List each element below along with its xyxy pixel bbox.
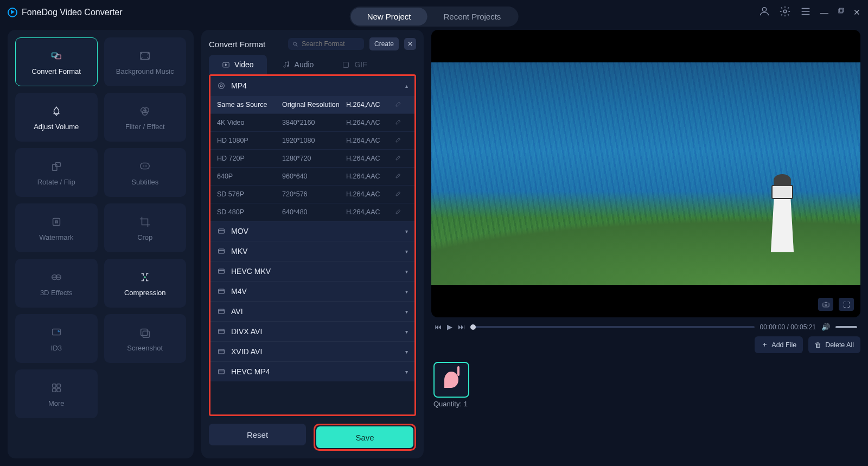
svg-point-27 (284, 66, 285, 67)
svg-rect-35 (219, 289, 225, 293)
tab-recent-projects[interactable]: Recent Projects (427, 8, 517, 25)
tool-background-music[interactable]: Background Music (104, 37, 187, 86)
tool-more[interactable]: More (15, 369, 98, 418)
format-group-divx avi[interactable]: DIVX AVI▾ (210, 321, 414, 341)
play-button[interactable]: ▶ (447, 323, 452, 331)
maximize-button[interactable] (837, 8, 845, 17)
time-display: 00:00:00 / 00:05:21 (760, 323, 816, 331)
type-tab-gif[interactable]: GIF (329, 55, 380, 74)
app-logo (8, 8, 17, 17)
tool-label: 3D Effects (40, 289, 73, 297)
reset-button[interactable]: Reset (209, 424, 306, 445)
tab-new-project[interactable]: New Project (351, 8, 427, 25)
app-title: FoneDog Video Converter (22, 8, 123, 17)
close-button[interactable]: ✕ (853, 8, 860, 17)
menu-icon[interactable] (800, 5, 812, 19)
preset-row[interactable]: Same as SourceOriginal ResolutionH.264,A… (210, 95, 414, 113)
format-group-hevc mkv[interactable]: HEVC MKV▾ (210, 261, 414, 281)
save-button[interactable]: Save (316, 426, 413, 448)
tool-label: Subtitles (131, 178, 158, 186)
preview-panel: ⏮ ▶ ⏭ 00:00:00 / 00:05:21 🔊 ＋Add File 🗑D… (431, 30, 860, 458)
tool-filter-effect[interactable]: Filter / Effect (104, 93, 187, 142)
tool-id3[interactable]: ID3 (15, 314, 98, 363)
minimize-button[interactable]: — (820, 8, 828, 17)
format-group-mp4[interactable]: MP4▴ (210, 76, 414, 95)
tool-screenshot[interactable]: Screenshot (104, 314, 187, 363)
preset-row[interactable]: HD 1080P1920*1080H.264,AAC (210, 131, 414, 149)
video-preview[interactable] (431, 30, 860, 317)
svg-rect-34 (219, 269, 225, 273)
tool-crop[interactable]: Crop (104, 203, 187, 252)
format-list: MP4▴Same as SourceOriginal ResolutionH.2… (209, 74, 416, 416)
volume-icon[interactable]: 🔊 (821, 323, 830, 331)
next-button[interactable]: ⏭ (458, 323, 465, 331)
svg-rect-10 (52, 164, 56, 170)
edit-icon[interactable] (395, 118, 408, 127)
seek-slider[interactable] (470, 326, 755, 328)
type-tab-video[interactable]: Video (209, 55, 267, 74)
prev-button[interactable]: ⏮ (435, 323, 442, 331)
svg-rect-39 (219, 369, 225, 374)
add-file-button[interactable]: ＋Add File (755, 336, 803, 353)
svg-point-1 (783, 10, 787, 13)
tool-watermark[interactable]: TWatermark (15, 203, 98, 252)
tool-label: Filter / Effect (125, 123, 165, 131)
format-group-m4v[interactable]: M4V▾ (210, 281, 414, 301)
snapshot-icon[interactable] (818, 298, 833, 311)
edit-icon[interactable] (395, 172, 408, 181)
tool-label: ID3 (51, 344, 62, 352)
tool-subtitles[interactable]: Subtitles (104, 148, 187, 197)
tool-adjust-volume[interactable]: Adjust Volume (15, 93, 98, 142)
music-note-icon (444, 372, 458, 388)
tool-label: Compression (124, 289, 166, 297)
subtitles-icon (136, 159, 154, 174)
edit-icon[interactable] (395, 208, 408, 216)
edit-icon[interactable] (395, 154, 408, 163)
edit-icon[interactable] (395, 136, 408, 145)
format-group-xvid avi[interactable]: XVID AVI▾ (210, 341, 414, 361)
format-group-mkv[interactable]: MKV▾ (210, 241, 414, 261)
svg-point-31 (220, 85, 222, 87)
file-thumbnail[interactable] (433, 362, 469, 398)
volume-slider[interactable] (835, 326, 857, 328)
tool-3d-effects[interactable]: 3D Effects (15, 259, 98, 308)
preset-row[interactable]: SD 480P640*480H.264,AAC (210, 203, 414, 221)
svg-rect-12 (141, 163, 150, 169)
create-button[interactable]: Create (369, 37, 399, 50)
format-group-hevc mp4[interactable]: HEVC MP4▾ (210, 361, 414, 381)
svg-point-28 (287, 65, 289, 67)
svg-rect-36 (219, 309, 225, 314)
tool-label: More (48, 399, 65, 407)
format-group-avi[interactable]: AVI▾ (210, 301, 414, 321)
gear-icon[interactable] (779, 5, 791, 19)
preset-row[interactable]: 640P960*640H.264,AAC (210, 167, 414, 185)
edit-icon[interactable] (395, 100, 408, 109)
tool-rotate-flip[interactable]: Rotate / Flip (15, 148, 98, 197)
screenshot-icon (136, 325, 154, 340)
account-icon[interactable] (758, 5, 770, 19)
preset-row[interactable]: 4K Video3840*2160H.264,AAC (210, 113, 414, 131)
format-group-mov[interactable]: MOV▾ (210, 221, 414, 241)
delete-all-button[interactable]: 🗑Delete All (808, 336, 860, 353)
sidebar: Convert FormatBackground MusicAdjust Vol… (8, 30, 194, 458)
preset-row[interactable]: SD 576P720*576H.264,AAC (210, 185, 414, 203)
search-format[interactable] (288, 38, 364, 50)
edit-icon[interactable] (395, 190, 408, 199)
close-panel-button[interactable]: ✕ (404, 38, 416, 50)
fullscreen-icon[interactable] (839, 298, 854, 311)
search-input[interactable] (302, 40, 360, 48)
format-panel: Convert Format Create ✕ Video Audio GIF … (201, 30, 424, 458)
playback-bar: ⏮ ▶ ⏭ 00:00:00 / 00:05:21 🔊 (431, 323, 860, 331)
type-tab-audio[interactable]: Audio (269, 55, 327, 74)
tool-compression[interactable]: Compression (104, 259, 187, 308)
quantity-label: Quantity: 1 (433, 400, 469, 408)
more-icon (47, 381, 66, 395)
tool-convert-format[interactable]: Convert Format (15, 37, 98, 86)
preset-row[interactable]: HD 720P1280*720H.264,AAC (210, 149, 414, 167)
svg-point-17 (144, 276, 146, 278)
svg-rect-20 (143, 331, 150, 337)
rotate-icon (47, 159, 66, 174)
svg-rect-3 (840, 8, 844, 12)
svg-rect-2 (839, 9, 843, 13)
svg-rect-22 (57, 384, 60, 387)
